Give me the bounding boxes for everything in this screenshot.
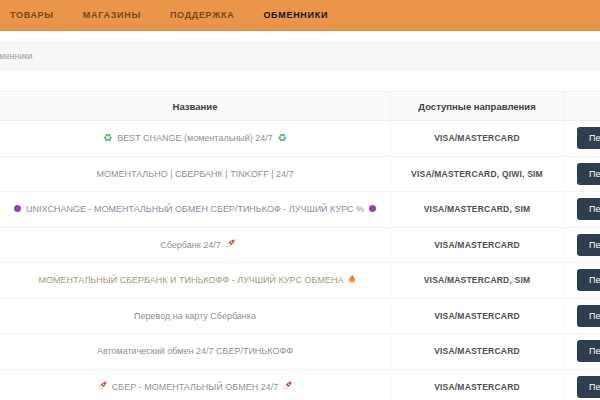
exchanger-directions: VISA/MASTERCARD: [390, 334, 563, 369]
row-action-cell: Перейти: [563, 299, 600, 334]
exchanger-directions: VISA/MASTERCARD: [390, 370, 563, 400]
exchanger-name: СБЕР - МОМЕНТАЛЬНЫЙ ОБМЕН 24/7: [0, 370, 390, 400]
exchanger-name: МОМЕНТАЛЬНЫЙ СБЕРБАНК И ТИНЬКОФФ - ЛУЧШИ…: [0, 263, 390, 298]
exchanger-directions: VISA/MASTERCARD: [390, 121, 563, 156]
breadcrumb[interactable]: Обменники: [0, 51, 32, 61]
go-button[interactable]: Перейти: [577, 340, 600, 362]
exchanger-name-label: Сбербанк 24/7: [160, 240, 220, 250]
exchanger-name: Автоматический обмен 24/7 СБЕР/ТИНЬКОФФ: [0, 334, 390, 369]
breadcrumb-bar: Обменники: [0, 41, 600, 71]
go-button[interactable]: Перейти: [577, 376, 600, 398]
table-row: СБЕР - МОМЕНТАЛЬНЫЙ ОБМЕН 24/7 VISA/MAST…: [0, 370, 600, 400]
exchanger-name-label: СБЕР - МОМЕНТАЛЬНЫЙ ОБМЕН 24/7: [112, 382, 278, 392]
exchanger-directions: VISA/MASTERCARD, SIM: [390, 192, 563, 227]
row-action-cell: Перейти: [563, 263, 600, 298]
table-header: Название Доступные направления: [0, 92, 600, 121]
go-button[interactable]: Перейти: [577, 127, 600, 149]
exchanger-name: Сбербанк 24/7: [0, 228, 390, 263]
column-header-action: [563, 92, 600, 120]
table-row: Сбербанк 24/7 VISA/MASTERCARD Перейти: [0, 228, 600, 264]
row-action-cell: Перейти: [563, 370, 600, 400]
table-row: МОМЕНТАЛЬНЫЙ СБЕРБАНК И ТИНЬКОФФ - ЛУЧШИ…: [0, 263, 600, 299]
rocket-icon: [98, 381, 107, 390]
top-navbar: ТОВАРЫМАГАЗИНЫПОДДЕРЖКАОБМЕННИКИ: [0, 0, 600, 31]
nav-item-поддержка[interactable]: ПОДДЕРЖКА: [170, 10, 235, 20]
table-row: МОМЕНТАЛЬНО | СБЕРБАНК | TINKOFF | 24/7 …: [0, 157, 600, 193]
nav-item-обменники[interactable]: ОБМЕННИКИ: [263, 10, 328, 20]
crystal-ball-icon: [14, 205, 21, 212]
table-row: ♻ BEST CHANGE (моментальный) 24/7 ♻ VISA…: [0, 121, 600, 157]
rocket-icon: [226, 239, 235, 248]
recycle-icon: ♻: [278, 132, 287, 143]
exchanger-name: МОМЕНТАЛЬНО | СБЕРБАНК | TINKOFF | 24/7: [0, 157, 390, 192]
exchanger-name-label: МОМЕНТАЛЬНЫЙ СБЕРБАНК И ТИНЬКОФФ - ЛУЧШИ…: [39, 275, 344, 285]
go-button[interactable]: Перейти: [577, 269, 600, 291]
nav-item-магазины[interactable]: МАГАЗИНЫ: [83, 10, 141, 20]
go-button[interactable]: Перейти: [577, 198, 600, 220]
exchangers-table: Название Доступные направления ♻ BEST CH…: [0, 91, 600, 400]
column-header-name: Название: [0, 92, 390, 120]
exchanger-name: Перевод на карту Сбербанка: [0, 299, 390, 334]
exchanger-name-label: Автоматический обмен 24/7 СБЕР/ТИНЬКОФФ: [97, 346, 293, 356]
row-action-cell: Перейти: [563, 192, 600, 227]
crystal-ball-icon: [369, 205, 376, 212]
exchanger-name: ♻ BEST CHANGE (моментальный) 24/7 ♻: [0, 121, 390, 156]
fire-icon: [348, 274, 356, 284]
exchanger-name-label: МОМЕНТАЛЬНО | СБЕРБАНК | TINKOFF | 24/7: [96, 169, 293, 179]
table-row: Перевод на карту Сбербанка VISA/MASTERCA…: [0, 299, 600, 335]
exchanger-directions: VISA/MASTERCARD: [390, 228, 563, 263]
table-row: Автоматический обмен 24/7 СБЕР/ТИНЬКОФФ …: [0, 334, 600, 370]
column-header-directions: Доступные направления: [390, 92, 563, 120]
table-row: UNIXCHANGE - МОМЕНТАЛЬНЫЙ ОБМЕН СБЕР/ТИН…: [0, 192, 600, 228]
exchanger-name: UNIXCHANGE - МОМЕНТАЛЬНЫЙ ОБМЕН СБЕР/ТИН…: [0, 192, 390, 227]
exchanger-directions: VISA/MASTERCARD, QIWI, SIM: [390, 157, 563, 192]
exchanger-directions: VISA/MASTERCARD, SIM: [390, 263, 563, 298]
exchanger-name-label: Перевод на карту Сбербанка: [134, 311, 256, 321]
go-button[interactable]: Перейти: [577, 305, 600, 327]
row-action-cell: Перейти: [563, 228, 600, 263]
go-button[interactable]: Перейти: [577, 234, 600, 256]
row-action-cell: Перейти: [563, 121, 600, 156]
exchanger-directions: VISA/MASTERCARD: [390, 299, 563, 334]
go-button[interactable]: Перейти: [577, 163, 600, 185]
rocket-icon: [283, 381, 292, 390]
table-body: ♻ BEST CHANGE (моментальный) 24/7 ♻ VISA…: [0, 121, 600, 400]
row-action-cell: Перейти: [563, 157, 600, 192]
nav-item-товары[interactable]: ТОВАРЫ: [10, 10, 54, 20]
exchanger-name-label: UNIXCHANGE - МОМЕНТАЛЬНЫЙ ОБМЕН СБЕР/ТИН…: [26, 204, 364, 214]
row-action-cell: Перейти: [563, 334, 600, 369]
exchanger-name-label: BEST CHANGE (моментальный) 24/7: [117, 133, 273, 143]
recycle-icon: ♻: [103, 132, 112, 143]
